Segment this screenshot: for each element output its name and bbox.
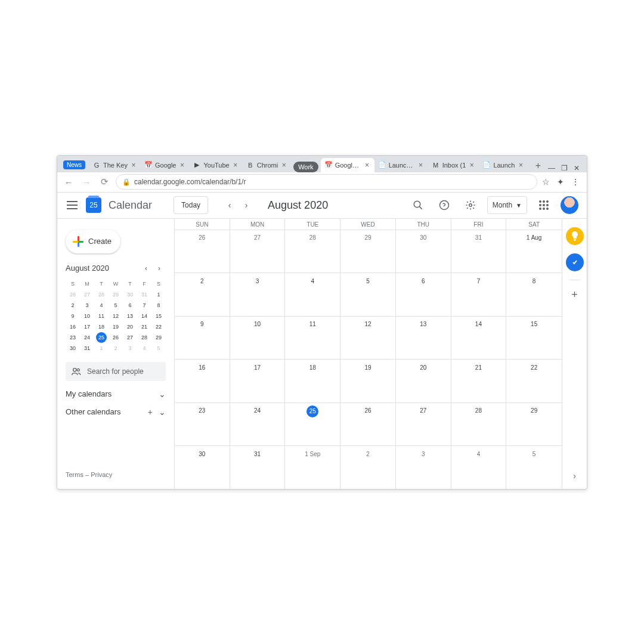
mini-day-cell[interactable]: 1 <box>95 343 108 354</box>
prev-period-button[interactable]: ‹ <box>221 197 238 213</box>
day-cell[interactable]: 14 <box>451 316 507 360</box>
day-cell[interactable]: 26 <box>175 230 230 273</box>
main-menu-button[interactable] <box>66 199 79 212</box>
day-cell[interactable]: 19 <box>340 359 396 402</box>
day-cell[interactable]: 31 <box>451 230 507 273</box>
day-cell[interactable]: 21 <box>451 359 507 402</box>
day-cell[interactable]: 5 <box>506 445 562 489</box>
day-cell[interactable]: 29 <box>506 402 562 446</box>
mini-day-cell[interactable]: 22 <box>153 321 165 332</box>
mini-day-cell[interactable]: 28 <box>95 289 108 300</box>
day-cell[interactable]: 29 <box>340 230 396 273</box>
mini-day-cell[interactable]: 21 <box>138 321 151 332</box>
help-button[interactable] <box>435 196 454 215</box>
mini-day-cell[interactable]: 10 <box>81 311 94 321</box>
mini-day-cell[interactable]: 30 <box>67 343 79 354</box>
mini-next-month-button[interactable]: › <box>153 262 166 275</box>
today-button[interactable]: Today <box>174 196 208 214</box>
browser-tab[interactable]: B Chromi × <box>243 158 291 172</box>
extensions-icon[interactable]: ✦ <box>557 177 564 187</box>
new-tab-button[interactable]: + <box>531 159 544 172</box>
day-cell[interactable]: 30 <box>175 445 230 489</box>
day-cell[interactable]: 28 <box>285 230 340 273</box>
tab-close-button[interactable]: × <box>364 162 371 169</box>
day-cell[interactable]: 17 <box>230 359 286 402</box>
nav-back-button[interactable]: ← <box>62 175 75 188</box>
day-cell[interactable]: 16 <box>175 359 230 402</box>
tab-close-button[interactable]: × <box>517 162 524 169</box>
day-cell[interactable]: 5 <box>340 273 396 316</box>
collapse-side-panel-button[interactable]: › <box>573 471 576 481</box>
mini-day-cell[interactable]: 15 <box>153 311 165 321</box>
mini-day-cell[interactable]: 18 <box>95 321 108 332</box>
mini-day-cell[interactable]: 5 <box>153 343 165 354</box>
mini-day-cell[interactable]: 24 <box>81 332 94 343</box>
window-minimize-button[interactable]: — <box>548 164 555 172</box>
day-cell[interactable]: 4 <box>451 445 507 489</box>
day-cell[interactable]: 9 <box>175 316 230 360</box>
day-cell[interactable]: 27 <box>230 230 286 273</box>
mini-day-cell[interactable]: 26 <box>110 332 122 343</box>
day-cell[interactable]: 25 <box>285 402 340 446</box>
day-cell[interactable]: 2 <box>175 273 230 316</box>
mini-day-cell[interactable]: 25 <box>96 332 107 343</box>
day-cell[interactable]: 30 <box>396 230 451 273</box>
mini-day-cell[interactable]: 31 <box>138 289 151 300</box>
browser-tab[interactable]: M Inbox (1 × <box>428 158 479 172</box>
mini-day-cell[interactable]: 29 <box>153 332 165 343</box>
day-cell[interactable]: 8 <box>506 273 562 316</box>
browser-tab[interactable]: News <box>60 158 89 172</box>
browser-tab[interactable]: Work <box>293 162 318 172</box>
browser-tab[interactable]: ▶ YouTube × <box>189 158 242 172</box>
privacy-link[interactable]: Privacy <box>91 471 112 478</box>
nav-forward-button[interactable]: → <box>80 175 93 188</box>
mini-day-cell[interactable]: 20 <box>124 321 137 332</box>
mini-day-cell[interactable]: 3 <box>81 300 94 311</box>
terms-link[interactable]: Terms <box>66 471 83 478</box>
nav-reload-button[interactable]: ⟳ <box>98 175 111 188</box>
day-cell[interactable]: 11 <box>285 316 340 360</box>
day-cell[interactable]: 28 <box>451 402 507 446</box>
settings-button[interactable] <box>461 196 480 215</box>
mini-day-cell[interactable]: 11 <box>95 311 108 321</box>
mini-day-cell[interactable]: 6 <box>124 300 137 311</box>
day-cell[interactable]: 1 Sep <box>285 445 340 489</box>
tab-close-button[interactable]: × <box>280 162 287 169</box>
mini-prev-month-button[interactable]: ‹ <box>140 262 153 275</box>
view-selector[interactable]: Month ▼ <box>487 196 527 214</box>
browser-menu-icon[interactable]: ⋮ <box>571 177 580 187</box>
window-restore-button[interactable]: ❐ <box>561 164 568 172</box>
mini-day-cell[interactable]: 16 <box>67 321 79 332</box>
tab-close-button[interactable]: × <box>232 162 239 169</box>
mini-day-cell[interactable]: 14 <box>138 311 151 321</box>
day-cell[interactable]: 1 Aug <box>506 230 562 273</box>
mini-day-cell[interactable]: 9 <box>67 311 79 321</box>
day-cell[interactable]: 24 <box>230 402 286 446</box>
mini-day-cell[interactable]: 8 <box>153 300 165 311</box>
day-cell[interactable]: 26 <box>340 402 396 446</box>
mini-day-cell[interactable]: 26 <box>67 289 79 300</box>
mini-day-cell[interactable]: 28 <box>138 332 151 343</box>
mini-day-cell[interactable]: 2 <box>67 300 79 311</box>
tab-close-button[interactable]: × <box>178 162 185 169</box>
day-cell[interactable]: 2 <box>340 445 396 489</box>
next-period-button[interactable]: › <box>238 197 255 213</box>
mini-day-cell[interactable]: 3 <box>124 343 137 354</box>
mini-day-cell[interactable]: 23 <box>67 332 79 343</box>
mini-day-cell[interactable]: 17 <box>81 321 94 332</box>
mini-day-cell[interactable]: 4 <box>95 300 108 311</box>
my-calendars-toggle[interactable]: My calendars ⌄ <box>66 389 166 399</box>
day-cell[interactable]: 13 <box>396 316 451 360</box>
day-cell[interactable]: 3 <box>396 445 451 489</box>
day-cell[interactable]: 27 <box>396 402 451 446</box>
day-cell[interactable]: 3 <box>230 273 286 316</box>
mini-day-cell[interactable]: 27 <box>81 289 94 300</box>
day-cell[interactable]: 4 <box>285 273 340 316</box>
search-button[interactable] <box>408 196 428 215</box>
get-addons-button[interactable]: + <box>571 289 578 301</box>
browser-tab[interactable]: G The Key × <box>89 158 141 172</box>
add-calendar-button[interactable]: + <box>148 407 153 417</box>
tab-close-button[interactable]: × <box>130 162 137 169</box>
day-cell[interactable]: 7 <box>451 273 507 316</box>
other-calendars-toggle[interactable]: Other calendars + ⌄ <box>66 407 166 417</box>
